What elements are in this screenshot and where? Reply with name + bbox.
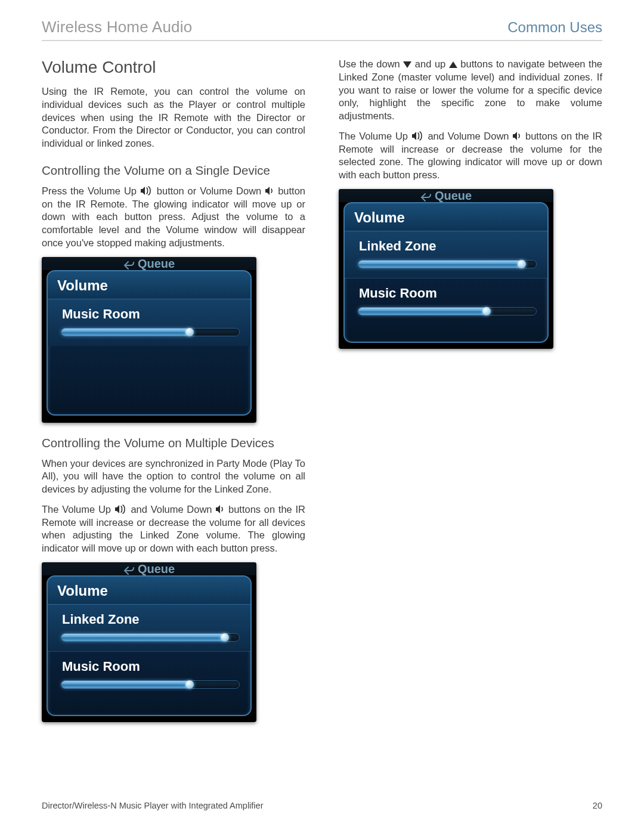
slider-thumb-icon[interactable] <box>185 680 194 689</box>
zone-label: Music Room <box>62 306 242 322</box>
text-fragment: button or Volume Down <box>153 185 265 196</box>
section-title: Volume Control <box>42 58 305 77</box>
volume-slider[interactable] <box>61 680 240 689</box>
volume-down-icon <box>512 131 522 141</box>
page-footer: Director/Wireless-N Music Player with In… <box>42 801 602 810</box>
content-columns: Volume Control Using the IR Remote, you … <box>42 58 602 724</box>
text-fragment: The Volume Up <box>42 504 114 515</box>
device-screenshot-single: Queue Volume Music Room <box>42 257 256 423</box>
return-icon <box>420 193 431 202</box>
left-column: Volume Control Using the IR Remote, you … <box>42 58 305 724</box>
intro-paragraph: Using the IR Remote, you can control the… <box>42 85 305 150</box>
single-device-paragraph: Press the Volume Up button or Volume Dow… <box>42 185 305 250</box>
zone-label: Music Room <box>62 659 242 674</box>
subheading-single-device: Controlling the Volume on a Single Devic… <box>42 163 305 178</box>
volume-slider[interactable] <box>61 328 240 336</box>
volume-panel: Volume Linked Zone Music Room <box>343 202 549 343</box>
manual-page: Wireless Home Audio Common Uses Volume C… <box>0 0 644 833</box>
volume-slider[interactable] <box>358 260 537 268</box>
slider-thumb-icon[interactable] <box>482 307 491 315</box>
multi-paragraph-2: The Volume Up and Volume Down buttons on… <box>42 503 305 555</box>
volume-up-icon <box>411 131 425 141</box>
up-arrow-icon <box>449 61 457 68</box>
text-fragment: and Volume Down <box>425 131 513 141</box>
volume-slider[interactable] <box>358 307 537 315</box>
volume-panel-title: Volume <box>48 577 250 605</box>
slider-fill <box>61 329 190 336</box>
right-paragraph-1: Use the down and up buttons to navigate … <box>339 58 602 123</box>
footer-product: Director/Wireless-N Music Player with In… <box>42 801 263 810</box>
zone-row-music[interactable]: Music Room <box>48 651 250 698</box>
device-screenshot-multi-right: Queue Volume Linked Zone Music Room <box>339 189 553 349</box>
text-fragment: The Volume Up <box>339 131 411 141</box>
volume-panel: Volume Linked Zone Music Room <box>47 575 252 716</box>
zone-row-linked[interactable]: Linked Zone <box>345 231 547 278</box>
text-fragment: and Volume Down <box>128 504 216 515</box>
volume-panel-title: Volume <box>345 203 547 231</box>
volume-down-icon <box>215 504 225 514</box>
text-fragment: Press the Volume Up <box>42 185 140 196</box>
multi-paragraph-1: When your devices are synchronized in Pa… <box>42 457 305 496</box>
crumb-label: Queue <box>138 257 175 270</box>
slider-fill <box>358 261 522 268</box>
text-fragment: Use the down <box>339 58 403 69</box>
page-header: Wireless Home Audio Common Uses <box>42 18 602 41</box>
return-icon <box>123 261 134 270</box>
device-breadcrumb: Queue <box>339 189 553 202</box>
crumb-label: Queue <box>435 189 472 202</box>
device-screenshot-multi-left: Queue Volume Linked Zone Music Room <box>42 562 256 722</box>
right-column: Use the down and up buttons to navigate … <box>339 58 602 724</box>
crumb-label: Queue <box>138 562 175 575</box>
volume-slider[interactable] <box>61 633 240 642</box>
volume-panel: Volume Music Room <box>47 270 252 416</box>
volume-down-icon <box>265 186 274 196</box>
slider-fill <box>61 681 190 688</box>
zone-label: Linked Zone <box>359 239 539 254</box>
device-breadcrumb: Queue <box>42 257 256 270</box>
slider-thumb-icon[interactable] <box>518 260 526 268</box>
text-fragment: and up <box>411 58 448 69</box>
return-icon <box>123 566 134 575</box>
page-number: 20 <box>593 801 602 810</box>
zone-row-linked[interactable]: Linked Zone <box>48 605 250 651</box>
slider-thumb-icon[interactable] <box>185 328 194 336</box>
device-breadcrumb: Queue <box>42 562 256 575</box>
subheading-multiple-devices: Controlling the Volume on Multiple Devic… <box>42 436 305 450</box>
zone-label: Linked Zone <box>62 612 242 627</box>
zone-label: Music Room <box>359 286 539 301</box>
zone-row-music[interactable]: Music Room <box>345 278 547 325</box>
slider-fill <box>61 634 225 641</box>
header-right: Common Uses <box>507 19 602 36</box>
down-arrow-icon <box>403 61 411 68</box>
header-left: Wireless Home Audio <box>42 18 192 36</box>
right-paragraph-2: The Volume Up and Volume Down buttons on… <box>339 130 602 182</box>
zone-row[interactable]: Music Room <box>48 299 250 346</box>
volume-up-icon <box>140 186 153 196</box>
volume-panel-title: Volume <box>48 271 250 299</box>
slider-thumb-icon[interactable] <box>221 633 229 642</box>
slider-fill <box>358 308 487 315</box>
volume-up-icon <box>114 504 128 514</box>
